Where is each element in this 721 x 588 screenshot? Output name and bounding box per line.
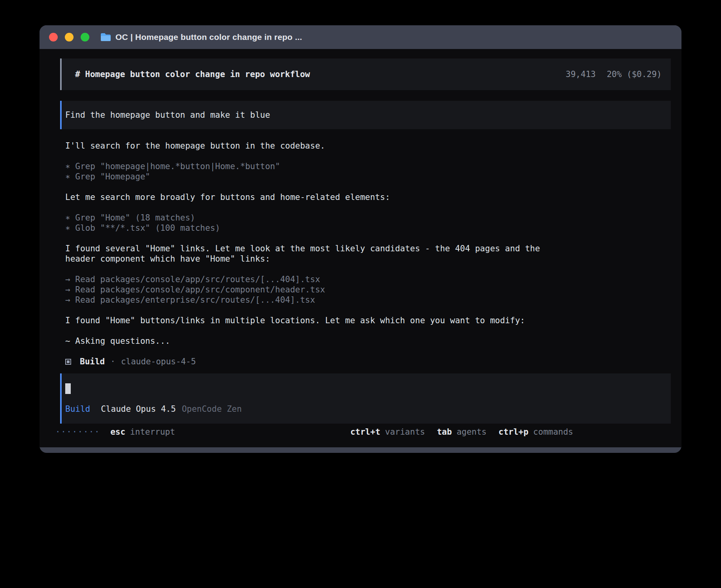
context-cost: 20% ($0.29) (607, 69, 662, 79)
shortcut-label: agents (457, 427, 487, 437)
shortcut-key: ctrl+p (498, 427, 528, 437)
agent-status: Build · claude-opus-4-5 (65, 356, 671, 367)
shortcut-label: variants (385, 427, 425, 437)
agent-model: claude-opus-4-5 (121, 356, 196, 367)
folder-icon (100, 33, 111, 41)
shortcut-variants: ctrl+t variants (350, 427, 425, 437)
shortcut-label: commands (533, 427, 573, 437)
input-meta: Build Claude Opus 4.5 OpenCode Zen (65, 404, 671, 414)
prompt-input[interactable]: Build Claude Opus 4.5 OpenCode Zen (60, 373, 671, 424)
status-shortcuts: ctrl+t variants tab agents ctrl+p comman… (338, 427, 573, 437)
shortcut-commands: ctrl+p commands (498, 427, 573, 437)
user-message: Find the homepage button and make it blu… (60, 101, 671, 129)
tool-call-line: ∗ Glob "**/*.tsx" (100 matches) (65, 223, 671, 233)
user-message-text: Find the homepage button and make it blu… (65, 110, 270, 120)
shortcut-key: tab (437, 427, 452, 437)
assistant-text: Let me search more broadly for buttons a… (65, 192, 557, 202)
tool-call-group: ∗ Grep "Home" (18 matches) ∗ Glob "**/*.… (65, 213, 671, 233)
window-title: OC | Homepage button color change in rep… (115, 32, 302, 42)
read-call-group: → Read packages/console/app/src/routes/[… (65, 274, 671, 305)
tool-call-line: ∗ Grep "Homepage" (65, 172, 671, 182)
assistant-text: I'll search for the homepage button in t… (65, 141, 557, 151)
tool-call-line: ∗ Grep "homepage|home.*button|Home.*butt… (65, 161, 671, 172)
desktop: OC | Homepage button color change in rep… (0, 0, 721, 588)
shortcut-key: ctrl+t (350, 427, 380, 437)
session-header: # Homepage button color change in repo w… (60, 58, 671, 90)
session-title: # Homepage button color change in repo w… (75, 69, 310, 79)
spinner-dots: ········ (55, 427, 100, 437)
text-cursor (65, 383, 71, 394)
agent-separator: · (110, 356, 115, 367)
terminal-content: # Homepage button color change in repo w… (40, 49, 681, 447)
tool-call-line: ∗ Grep "Home" (18 matches) (65, 213, 671, 223)
session-stats: 39,413 20% ($0.29) (566, 69, 662, 79)
shortcut-agents: tab agents (437, 427, 487, 437)
read-call-line: → Read packages/enterprise/src/routes/[.… (65, 295, 671, 305)
agent-icon (65, 359, 71, 365)
token-count: 39,413 (566, 69, 596, 79)
interrupt-label: interrupt (130, 427, 175, 437)
assistant-text: I found "Home" buttons/links in multiple… (65, 315, 557, 326)
input-model[interactable]: Claude Opus 4.5 (101, 404, 176, 414)
tool-call-group: ∗ Grep "homepage|home.*button|Home.*butt… (65, 161, 671, 182)
read-call-line: → Read packages/console/app/src/componen… (65, 285, 671, 295)
minimize-button[interactable] (65, 33, 74, 41)
window-controls (49, 33, 89, 41)
interrupt-key: esc (110, 427, 125, 437)
assistant-text: I found several "Home" links. Let me loo… (65, 243, 557, 264)
input-mode[interactable]: Build (65, 404, 90, 414)
status-bar: ········ esc interrupt ctrl+t variants t… (55, 427, 573, 437)
input-provider: OpenCode Zen (182, 404, 242, 414)
terminal-window: OC | Homepage button color change in rep… (40, 25, 681, 453)
zoom-button[interactable] (81, 33, 89, 41)
agent-name: Build (80, 356, 105, 367)
read-call-line: → Read packages/console/app/src/routes/[… (65, 274, 671, 285)
status-left: ········ esc interrupt (55, 427, 175, 437)
close-button[interactable] (49, 33, 58, 41)
titlebar[interactable]: OC | Homepage button color change in rep… (40, 25, 681, 49)
asking-status: ~ Asking questions... (65, 336, 557, 346)
